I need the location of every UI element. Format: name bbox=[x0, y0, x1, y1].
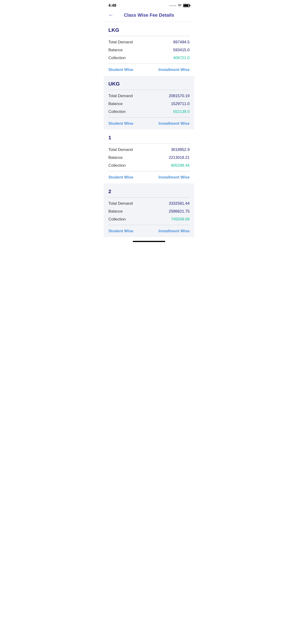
battery-icon bbox=[183, 4, 190, 7]
balance-row-class1: Balance 2213018.21 bbox=[108, 155, 190, 160]
total-demand-row-ukg: Total Demand 2081570.19 bbox=[108, 94, 190, 98]
student-wise-btn-class2[interactable]: Student Wise bbox=[108, 229, 133, 234]
home-indicator bbox=[133, 241, 165, 242]
total-demand-value-ukg: 2081570.19 bbox=[169, 94, 190, 98]
action-row-ukg: Student Wise Installment Wise bbox=[104, 118, 194, 130]
student-wise-btn-lkg[interactable]: Student Wise bbox=[108, 68, 133, 72]
collection-value-ukg: 552139.0 bbox=[173, 110, 190, 114]
total-demand-label-class1: Total Demand bbox=[108, 148, 133, 152]
signal-icon bbox=[169, 5, 176, 6]
collection-value-lkg: 406721.0 bbox=[173, 56, 190, 60]
top-divider-lkg bbox=[108, 36, 190, 36]
class-section-ukg: UKG Total Demand 2081570.19 Balance 1529… bbox=[104, 76, 194, 130]
total-demand-label-class2: Total Demand bbox=[108, 201, 133, 206]
collection-label-lkg: Collection bbox=[108, 56, 126, 60]
class-sections-container: LKG Total Demand 997494.5 Balance 593415… bbox=[104, 22, 194, 237]
collection-label-ukg: Collection bbox=[108, 110, 126, 114]
collection-row-class2: Collection 745509.69 bbox=[108, 217, 190, 222]
collection-row-class1: Collection 805298.44 bbox=[108, 163, 190, 168]
collection-row-ukg: Collection 552139.0 bbox=[108, 110, 190, 114]
action-row-class1: Student Wise Installment Wise bbox=[104, 171, 194, 183]
action-row-class2: Student Wise Installment Wise bbox=[104, 225, 194, 237]
total-demand-row-class2: Total Demand 3332581.44 bbox=[108, 201, 190, 206]
collection-label-class2: Collection bbox=[108, 217, 126, 222]
top-divider-class1 bbox=[108, 144, 190, 144]
top-divider-ukg bbox=[108, 90, 190, 90]
status-bar: 4:48 bbox=[104, 0, 194, 10]
class-info-class1: 1 Total Demand 3018952.9 Balance 2213018… bbox=[104, 130, 194, 171]
total-demand-value-class2: 3332581.44 bbox=[169, 201, 190, 206]
total-demand-row-class1: Total Demand 3018952.9 bbox=[108, 148, 190, 152]
action-row-lkg: Student Wise Installment Wise bbox=[104, 64, 194, 76]
class-section-class2: 2 Total Demand 3332581.44 Balance 258662… bbox=[104, 183, 194, 237]
balance-value-class1: 2213018.21 bbox=[169, 155, 190, 160]
balance-label-lkg: Balance bbox=[108, 48, 123, 52]
balance-row-ukg: Balance 1529711.0 bbox=[108, 102, 190, 106]
student-wise-btn-ukg[interactable]: Student Wise bbox=[108, 121, 133, 126]
class-info-ukg: UKG Total Demand 2081570.19 Balance 1529… bbox=[104, 76, 194, 118]
top-divider-class2 bbox=[108, 197, 190, 198]
balance-value-lkg: 593415.0 bbox=[173, 48, 190, 52]
total-demand-label-lkg: Total Demand bbox=[108, 40, 133, 44]
class-section-class1: 1 Total Demand 3018952.9 Balance 2213018… bbox=[104, 130, 194, 183]
installment-wise-btn-class2[interactable]: Installment Wise bbox=[159, 229, 190, 234]
collection-value-class2: 745509.69 bbox=[171, 217, 190, 222]
wifi-icon bbox=[178, 4, 182, 7]
class-name-class2: 2 bbox=[108, 188, 190, 194]
status-time: 4:48 bbox=[108, 3, 116, 8]
student-wise-btn-class1[interactable]: Student Wise bbox=[108, 175, 133, 180]
balance-value-class2: 2586621.75 bbox=[169, 209, 190, 214]
page-title: Class Wise Fee Details bbox=[124, 12, 174, 18]
class-name-class1: 1 bbox=[108, 135, 190, 141]
status-icons bbox=[169, 4, 190, 7]
total-demand-row-lkg: Total Demand 997494.5 bbox=[108, 40, 190, 44]
balance-row-lkg: Balance 593415.0 bbox=[108, 48, 190, 52]
balance-label-class1: Balance bbox=[108, 155, 123, 160]
back-button[interactable]: ← bbox=[108, 12, 114, 18]
total-demand-value-lkg: 997494.5 bbox=[173, 40, 190, 44]
class-info-lkg: LKG Total Demand 997494.5 Balance 593415… bbox=[104, 22, 194, 64]
balance-label-class2: Balance bbox=[108, 209, 123, 214]
total-demand-value-class1: 3018952.9 bbox=[171, 148, 190, 152]
balance-value-ukg: 1529711.0 bbox=[171, 102, 190, 106]
total-demand-label-ukg: Total Demand bbox=[108, 94, 133, 98]
collection-row-lkg: Collection 406721.0 bbox=[108, 56, 190, 60]
balance-label-ukg: Balance bbox=[108, 102, 123, 106]
class-name-lkg: LKG bbox=[108, 27, 190, 33]
collection-label-class1: Collection bbox=[108, 163, 126, 168]
page-header: ← Class Wise Fee Details bbox=[104, 10, 194, 22]
balance-row-class2: Balance 2586621.75 bbox=[108, 209, 190, 214]
class-info-class2: 2 Total Demand 3332581.44 Balance 258662… bbox=[104, 183, 194, 225]
class-name-ukg: UKG bbox=[108, 81, 190, 87]
installment-wise-btn-lkg[interactable]: Installment Wise bbox=[159, 68, 190, 72]
back-arrow-icon: ← bbox=[108, 12, 114, 18]
class-section-lkg: LKG Total Demand 997494.5 Balance 593415… bbox=[104, 22, 194, 76]
installment-wise-btn-ukg[interactable]: Installment Wise bbox=[159, 121, 190, 126]
collection-value-class1: 805298.44 bbox=[171, 163, 190, 168]
installment-wise-btn-class1[interactable]: Installment Wise bbox=[159, 175, 190, 180]
